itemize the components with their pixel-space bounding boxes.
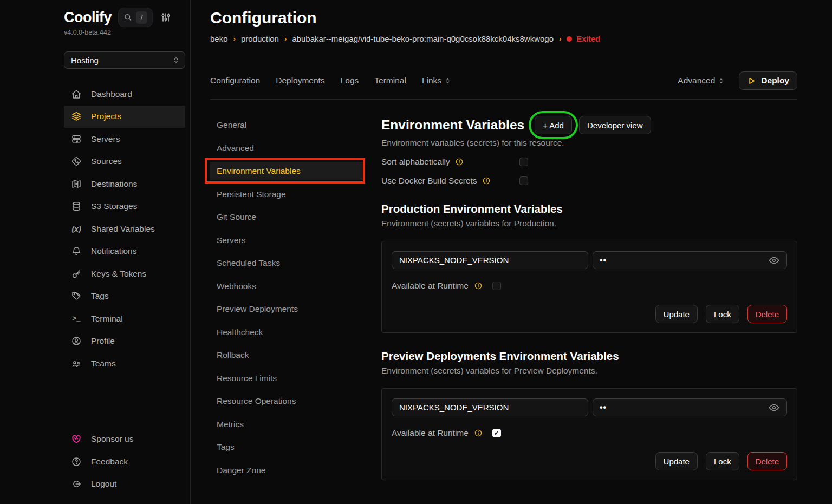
status-dot-icon	[567, 36, 572, 42]
search-button[interactable]: /	[118, 8, 153, 27]
sidebar-footer: Sponsor us Feedback Logout	[64, 428, 185, 496]
info-icon[interactable]	[455, 158, 464, 166]
preview-section-title: Preview Deployments Environment Variable…	[381, 350, 797, 363]
variable-icon: (x)	[70, 225, 82, 233]
available-at-runtime-checkbox[interactable]	[492, 429, 501, 437]
update-button[interactable]: Update	[655, 305, 698, 323]
sidebar-item-sponsor[interactable]: Sponsor us	[64, 428, 185, 451]
settings-sliders-icon[interactable]	[160, 12, 171, 23]
subnav-item-environment-variables[interactable]: Environment Variables	[210, 162, 363, 180]
deploy-button[interactable]: Deploy	[739, 71, 797, 90]
sidebar-item-label: Keys & Tokens	[91, 269, 146, 279]
tab-links[interactable]: Links	[422, 76, 451, 86]
subnav-item-danger-zone[interactable]: Danger Zone	[210, 461, 363, 480]
team-select[interactable]: Hosting	[64, 51, 185, 69]
sidebar-item-terminal[interactable]: >_ Terminal	[64, 307, 185, 330]
map-icon	[70, 179, 82, 189]
tab-terminal[interactable]: Terminal	[374, 76, 406, 86]
subnav-item-resource-operations[interactable]: Resource Operations	[210, 392, 363, 410]
subnav-item-resource-limits[interactable]: Resource Limits	[210, 369, 363, 388]
sidebar-item-logout[interactable]: Logout	[64, 473, 185, 496]
env-name-input[interactable]	[392, 398, 588, 416]
sort-alphabetically-checkbox[interactable]	[519, 158, 528, 166]
sidebar-item-dashboard[interactable]: Dashboard	[64, 83, 185, 106]
preview-section-description: Environment (secrets) variables for Prev…	[381, 366, 797, 376]
sidebar-item-label: Destinations	[91, 179, 137, 189]
env-inputs-row: ••	[392, 251, 787, 269]
tab-links-label: Links	[422, 76, 441, 86]
sidebar-item-teams[interactable]: Teams	[64, 352, 185, 375]
info-icon[interactable]	[474, 429, 483, 437]
eye-icon[interactable]	[768, 254, 780, 266]
settings-subnav: General Advanced Environment Variables P…	[210, 116, 381, 480]
available-at-runtime-checkbox[interactable]	[492, 282, 501, 290]
subnav-item-advanced[interactable]: Advanced	[210, 139, 363, 158]
subnav-item-scheduled-tasks[interactable]: Scheduled Tasks	[210, 254, 363, 272]
info-icon[interactable]	[474, 282, 483, 290]
sidebar-item-label: Dashboard	[91, 89, 132, 99]
team-icon	[70, 358, 82, 369]
sidebar-item-label: Profile	[91, 336, 115, 346]
advanced-dropdown[interactable]: Advanced	[678, 76, 725, 86]
lock-button[interactable]: Lock	[706, 305, 739, 323]
tab-bar: Configuration Deployments Logs Terminal …	[210, 71, 797, 100]
chevron-up-down-icon	[444, 77, 451, 84]
breadcrumb: beko › production › abubakar--meigag/vid…	[210, 34, 797, 43]
subnav-item-tags[interactable]: Tags	[210, 438, 363, 456]
preview-env-variable-card: •• Available at Runtime Update Lock	[381, 388, 797, 480]
key-icon	[70, 269, 82, 279]
eye-icon[interactable]	[768, 402, 780, 414]
sidebar-item-notifications[interactable]: Notifications	[64, 240, 185, 263]
sidebar-item-tags[interactable]: Tags	[64, 285, 185, 308]
env-value-field[interactable]: ••	[593, 398, 787, 416]
lock-button[interactable]: Lock	[706, 452, 739, 470]
layers-icon	[70, 111, 82, 122]
tab-deployments[interactable]: Deployments	[276, 76, 324, 86]
subnav-item-rollback[interactable]: Rollback	[210, 346, 363, 364]
tab-logs[interactable]: Logs	[341, 76, 359, 86]
sidebar-item-profile[interactable]: Profile	[64, 330, 185, 353]
tab-bar-right: Advanced Deploy	[678, 71, 797, 90]
chevron-up-down-icon	[718, 77, 725, 84]
breadcrumb-resource[interactable]: abubakar--meigag/vid-tube-beko-pro:main-…	[292, 34, 554, 43]
subnav-item-preview-deployments[interactable]: Preview Deployments	[210, 300, 363, 318]
sidebar-item-servers[interactable]: Servers	[64, 128, 185, 150]
docker-build-secrets-checkbox[interactable]	[519, 176, 528, 185]
env-variables-section: Environment Variables + Add Developer vi…	[381, 116, 797, 480]
sidebar-item-sources[interactable]: Sources	[64, 150, 185, 173]
subnav-item-healthcheck[interactable]: Healthcheck	[210, 323, 363, 342]
status-badge: Exited	[567, 35, 600, 43]
breadcrumb-environment[interactable]: production	[241, 34, 279, 43]
available-at-runtime-row: Available at Runtime	[392, 281, 787, 291]
subnav-item-general[interactable]: General	[210, 116, 363, 134]
sidebar-item-keys-tokens[interactable]: Keys & Tokens	[64, 263, 185, 285]
sidebar-item-label: Shared Variables	[91, 224, 155, 234]
subnav-item-git-source[interactable]: Git Source	[210, 208, 363, 226]
add-env-variable-button[interactable]: + Add	[535, 116, 572, 134]
sidebar-item-projects[interactable]: Projects	[64, 106, 185, 128]
update-button[interactable]: Update	[655, 452, 698, 470]
developer-view-button[interactable]: Developer view	[579, 116, 651, 134]
git-source-icon	[70, 156, 82, 167]
breadcrumb-project[interactable]: beko	[210, 34, 228, 43]
runtime-label: Available at Runtime	[392, 281, 469, 291]
chevron-up-down-icon	[172, 56, 180, 64]
delete-button[interactable]: Delete	[748, 452, 787, 470]
terminal-icon: >_	[70, 315, 82, 323]
sidebar-item-s3-storages[interactable]: S3 Storages	[64, 195, 185, 218]
breadcrumb-separator: ›	[559, 35, 561, 43]
subnav-item-metrics[interactable]: Metrics	[210, 415, 363, 434]
sidebar-item-destinations[interactable]: Destinations	[64, 173, 185, 195]
sidebar-item-shared-variables[interactable]: (x) Shared Variables	[64, 218, 185, 240]
sidebar-item-feedback[interactable]: Feedback	[64, 450, 185, 473]
env-name-input[interactable]	[392, 251, 588, 269]
deploy-button-label: Deploy	[761, 76, 789, 86]
delete-button[interactable]: Delete	[748, 305, 787, 323]
subnav-item-persistent-storage[interactable]: Persistent Storage	[210, 185, 363, 204]
info-icon[interactable]	[482, 176, 491, 185]
subnav-item-webhooks[interactable]: Webhooks	[210, 277, 363, 296]
env-heading: Environment Variables	[381, 117, 524, 133]
subnav-item-servers[interactable]: Servers	[210, 231, 363, 250]
env-value-field[interactable]: ••	[593, 251, 787, 269]
tab-configuration[interactable]: Configuration	[210, 76, 260, 86]
